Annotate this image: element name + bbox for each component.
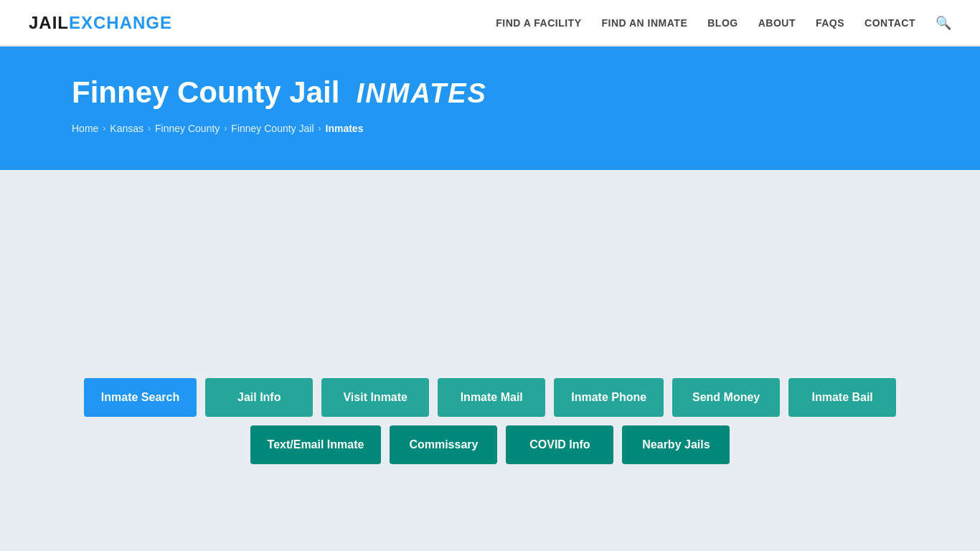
buttons-row-1: Inmate Search Jail Info Visit Inmate Inm… — [84, 378, 896, 417]
nav-about[interactable]: ABOUT — [758, 17, 796, 29]
visit-inmate-button[interactable]: Visit Inmate — [321, 378, 429, 417]
main-content: Inmate Search Jail Info Visit Inmate Inm… — [0, 170, 980, 529]
nav-blog[interactable]: BLOG — [707, 17, 738, 29]
send-money-button[interactable]: Send Money — [672, 378, 780, 417]
chevron-icon-1: › — [103, 123, 105, 133]
main-nav: FIND A FACILITY FIND AN INMATE BLOG ABOU… — [496, 15, 951, 31]
nav-faqs[interactable]: FAQs — [816, 17, 844, 29]
chevron-icon-4: › — [319, 123, 321, 133]
buttons-section: Inmate Search Jail Info Visit Inmate Inm… — [72, 378, 908, 464]
nav-find-facility[interactable]: FIND A FACILITY — [496, 17, 581, 29]
breadcrumb-finney-county[interactable]: Finney County — [155, 123, 220, 134]
logo[interactable]: JAILEXCHANGE — [29, 13, 172, 33]
page-title-main: Finney County Jail — [72, 75, 339, 109]
breadcrumb: Home › Kansas › Finney County › Finney C… — [72, 123, 908, 134]
inmate-bail-button[interactable]: Inmate Bail — [788, 378, 896, 417]
buttons-row-2: Text/Email Inmate Commissary COVID Info … — [250, 425, 730, 464]
logo-jail: JAIL — [29, 13, 69, 32]
inmate-search-button[interactable]: Inmate Search — [84, 378, 197, 417]
breadcrumb-home[interactable]: Home — [72, 123, 98, 134]
chevron-icon-3: › — [224, 123, 227, 133]
site-header: JAILEXCHANGE FIND A FACILITY FIND AN INM… — [0, 0, 980, 47]
hero-section: Finney County Jail INMATES Home › Kansas… — [0, 47, 980, 170]
text-email-inmate-button[interactable]: Text/Email Inmate — [250, 425, 382, 464]
covid-info-button[interactable]: COVID Info — [506, 425, 613, 464]
chevron-icon-2: › — [148, 123, 151, 133]
commissary-button[interactable]: Commissary — [390, 425, 497, 464]
nav-contact[interactable]: CONTACT — [864, 17, 915, 29]
logo-exchange: EXCHANGE — [69, 13, 172, 32]
inmate-mail-button[interactable]: Inmate Mail — [438, 378, 545, 417]
page-title-sub: INMATES — [357, 78, 487, 108]
jail-info-button[interactable]: Jail Info — [205, 378, 313, 417]
breadcrumb-kansas[interactable]: Kansas — [110, 123, 143, 134]
breadcrumb-current: Inmates — [326, 123, 364, 134]
inmate-phone-button[interactable]: Inmate Phone — [554, 378, 664, 417]
page-title: Finney County Jail INMATES — [72, 75, 908, 110]
breadcrumb-finney-jail[interactable]: Finney County Jail — [231, 123, 314, 134]
nearby-jails-button[interactable]: Nearby Jails — [622, 425, 730, 464]
nav-find-inmate[interactable]: FIND AN INMATE — [601, 17, 687, 29]
search-icon-button[interactable]: 🔍 — [936, 15, 951, 31]
